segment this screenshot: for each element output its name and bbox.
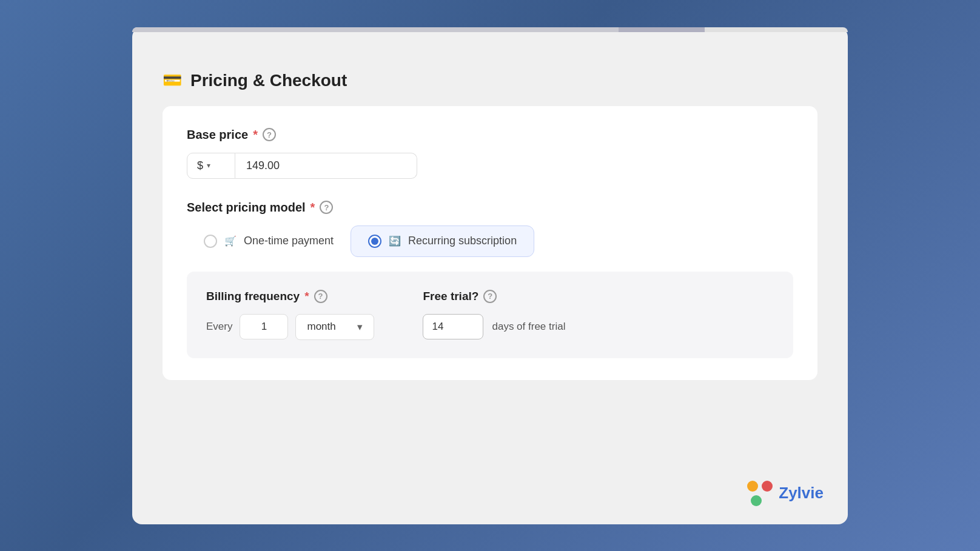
one-time-label: One-time payment	[244, 235, 334, 247]
free-trial-info-icon[interactable]: ?	[483, 290, 497, 303]
billing-info-icon[interactable]: ?	[314, 290, 327, 303]
billing-frequency-label: Billing frequency * ?	[206, 290, 374, 303]
every-label: Every	[206, 321, 232, 333]
pricing-model-required: *	[310, 201, 315, 215]
progress-fill	[132, 27, 619, 32]
billing-number-input[interactable]	[240, 314, 288, 339]
free-trial-label: Free trial? ?	[423, 290, 565, 303]
option-recurring[interactable]: 🔄 Recurring subscription	[351, 225, 534, 257]
trial-days-suffix: days of free trial	[492, 321, 565, 333]
frequency-select[interactable]: month ▾	[295, 314, 374, 340]
subscription-grid: Billing frequency * ? Every month ▾	[206, 290, 774, 340]
frequency-chevron-icon: ▾	[357, 321, 363, 333]
currency-selector[interactable]: $ ▾	[187, 153, 235, 179]
base-price-row: $ ▾	[187, 153, 417, 179]
radio-one-time	[204, 235, 217, 248]
currency-symbol: $	[197, 159, 203, 172]
one-time-icon: 🛒	[224, 235, 237, 247]
billing-required: *	[304, 290, 309, 303]
recurring-icon: 🔄	[389, 235, 401, 247]
progress-active	[619, 27, 705, 32]
price-input[interactable]	[235, 153, 417, 179]
base-price-section: Base price* ? $ ▾	[187, 128, 793, 179]
pricing-card: Base price* ? $ ▾ Select pricing model* …	[163, 106, 817, 380]
pricing-model-label: Select pricing model* ?	[187, 201, 793, 215]
frequency-value: month	[307, 321, 335, 333]
logo-circle-orange	[747, 481, 758, 492]
billing-frequency-field: Billing frequency * ? Every month ▾	[206, 290, 374, 340]
radio-recurring	[368, 235, 381, 248]
logo-circle-red	[762, 481, 773, 492]
section-header: 💳 Pricing & Checkout	[163, 56, 817, 101]
trial-days-input[interactable]	[423, 314, 483, 339]
trial-input-row: days of free trial	[423, 314, 565, 339]
chevron-down-icon: ▾	[207, 161, 210, 170]
page-title: Pricing & Checkout	[190, 71, 347, 90]
zylvie-name: Zylvie	[779, 484, 824, 503]
pricing-model-info-icon[interactable]: ?	[320, 201, 333, 214]
base-price-info-icon[interactable]: ?	[263, 128, 276, 141]
pricing-model-section: Select pricing model* ? 🛒 One-time payme…	[187, 201, 793, 358]
pricing-icon: 💳	[163, 71, 182, 90]
billing-inputs: Every month ▾	[206, 314, 374, 340]
zylvie-badge: Zylvie	[747, 481, 824, 506]
zylvie-logo	[747, 481, 773, 506]
main-card: 💳 Pricing & Checkout Base price* ? $ ▾	[132, 27, 848, 524]
base-price-label: Base price* ?	[187, 128, 793, 142]
logo-circle-green	[751, 495, 762, 506]
subscription-section: Billing frequency * ? Every month ▾	[187, 272, 793, 358]
recurring-label: Recurring subscription	[408, 235, 517, 247]
required-star: *	[253, 128, 258, 142]
pricing-options: 🛒 One-time payment 🔄 Recurring subscript…	[187, 225, 793, 257]
progress-bar	[132, 27, 848, 32]
option-one-time[interactable]: 🛒 One-time payment	[187, 226, 351, 256]
free-trial-field: Free trial? ? days of free trial	[423, 290, 565, 339]
